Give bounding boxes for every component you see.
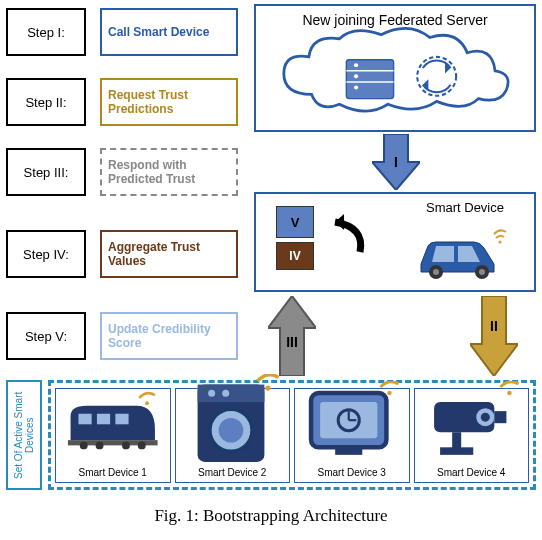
svg-rect-20 (97, 413, 110, 424)
smart-device-title: Smart Device (426, 200, 504, 215)
svg-rect-45 (494, 411, 506, 423)
cloud-server-icon (256, 34, 534, 114)
svg-point-41 (507, 391, 512, 396)
arrow-iii-label: III (286, 334, 298, 350)
smart-device-box: Smart Device V IV (254, 192, 536, 292)
step-1-label: Step I: (6, 8, 86, 56)
step-4-label: Step IV: (6, 230, 86, 278)
step-3-label: Step III: (6, 148, 86, 196)
arrow-iii: III (268, 296, 316, 376)
svg-point-34 (387, 391, 392, 396)
arrow-ii-label: II (490, 318, 498, 334)
svg-marker-10 (335, 214, 344, 230)
svg-point-4 (354, 75, 358, 79)
device-4-label: Smart Device 4 (437, 467, 505, 478)
device-1-label: Smart Device 1 (79, 467, 147, 478)
arrow-i: I (372, 134, 420, 190)
active-devices-label-box: Set Of Active Smart Devices (6, 380, 42, 490)
svg-rect-47 (440, 447, 473, 455)
camera-icon (419, 393, 525, 453)
svg-point-5 (354, 86, 358, 90)
svg-point-11 (499, 241, 502, 244)
device-card-4: Smart Device 4 (414, 388, 530, 483)
washing-machine-icon (180, 393, 286, 453)
svg-point-6 (417, 57, 456, 96)
step-4-desc: Aggregate Trust Values (100, 230, 238, 278)
svg-rect-21 (115, 413, 128, 424)
monitor-icon (299, 393, 405, 453)
step-1-desc: Call Smart Device (100, 8, 238, 56)
box-v: V (276, 206, 314, 238)
arrow-ii: II (470, 296, 518, 376)
car-icon (406, 224, 516, 284)
svg-point-33 (218, 418, 243, 443)
figure-caption: Fig. 1: Bootstrapping Architecture (0, 506, 542, 526)
step-5-label: Step V: (6, 312, 86, 360)
svg-point-3 (354, 64, 358, 68)
train-icon (60, 393, 166, 453)
box-iv: IV (276, 242, 314, 270)
active-devices-row: Smart Device 1 Smart Device 2 (48, 380, 536, 490)
svg-point-30 (208, 390, 215, 397)
svg-point-23 (80, 441, 88, 449)
device-card-2: Smart Device 2 (175, 388, 291, 483)
curved-arrow-icon (310, 212, 370, 262)
svg-point-26 (138, 441, 146, 449)
svg-marker-16 (470, 296, 518, 376)
svg-point-25 (122, 441, 130, 449)
federated-server-box: New joining Federated Server (254, 4, 536, 132)
svg-rect-0 (346, 60, 393, 99)
svg-rect-36 (320, 402, 377, 438)
device-card-1: Smart Device 1 (55, 388, 171, 483)
active-devices-label: Set Of Active Smart Devices (13, 382, 35, 488)
svg-rect-19 (78, 413, 91, 424)
svg-rect-40 (335, 447, 362, 455)
svg-point-13 (433, 269, 439, 275)
svg-rect-29 (197, 385, 264, 403)
svg-point-31 (222, 390, 229, 397)
arrow-i-label: I (394, 154, 398, 170)
svg-point-18 (145, 401, 149, 405)
device-2-label: Smart Device 2 (198, 467, 266, 478)
device-card-3: Smart Device 3 (294, 388, 410, 483)
step-2-label: Step II: (6, 78, 86, 126)
device-3-label: Smart Device 3 (318, 467, 386, 478)
svg-point-24 (96, 441, 104, 449)
step-3-desc: Respond with Predicted Trust (100, 148, 238, 196)
step-5-desc: Update Credibility Score (100, 312, 238, 360)
svg-point-27 (265, 386, 270, 391)
svg-point-15 (479, 269, 485, 275)
svg-point-44 (480, 413, 489, 422)
step-2-desc: Request Trust Predictions (100, 78, 238, 126)
diagram-root: Step I: Step II: Step III: Step IV: Step… (0, 0, 542, 540)
